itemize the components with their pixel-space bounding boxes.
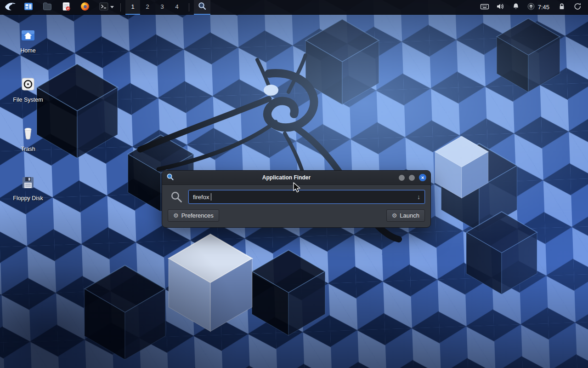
minimize-button[interactable]	[399, 175, 405, 181]
home-folder-icon	[20, 27, 36, 43]
keyboard-indicator-icon[interactable]	[480, 2, 489, 12]
search-input-value: firefox	[193, 194, 209, 201]
workspace-3[interactable]: 3	[155, 0, 170, 15]
applications-menu-button[interactable]	[3, 1, 18, 14]
kali-logo-icon	[5, 1, 16, 13]
desktop-icon-label: Floppy Disk	[13, 195, 43, 201]
desktop-icon-home[interactable]: Home	[6, 21, 50, 70]
file-system-drive-icon	[20, 76, 36, 92]
system-tray	[480, 2, 535, 12]
panel-separator	[120, 3, 121, 12]
panel-separator	[189, 3, 189, 12]
workspace-2[interactable]: 2	[140, 0, 155, 15]
workspace-4[interactable]: 4	[170, 0, 184, 15]
panel-launchers	[22, 1, 116, 14]
close-button[interactable]: ×	[419, 174, 426, 181]
top-panel: 1 2 3 4	[0, 0, 588, 15]
maximize-button[interactable]	[409, 175, 415, 181]
desktop-icon-label: Home	[20, 47, 35, 54]
desktop-icon-label: File System	[13, 97, 43, 103]
workspace-switcher: 1 2 3 4	[125, 0, 184, 15]
desktop-icon-trash[interactable]: Trash	[6, 120, 50, 169]
desktop-icon-list: Home File System Trash	[6, 21, 50, 218]
panel-actions	[558, 2, 582, 12]
logout-icon[interactable]	[573, 2, 582, 12]
desktop-icon-label: Trash	[21, 146, 35, 152]
launch-button-label: Launch	[400, 212, 419, 219]
firefox-launcher[interactable]	[78, 1, 92, 14]
search-input[interactable]: firefox ↓	[188, 190, 425, 204]
trash-icon	[20, 125, 36, 142]
desktop: Home File System Trash	[0, 0, 588, 368]
lock-screen-icon[interactable]	[558, 2, 566, 12]
gear-icon: ⚙	[173, 213, 179, 218]
mouse-cursor	[293, 182, 303, 193]
application-finder-window: Application Finder × firefox	[162, 170, 431, 228]
text-caret	[211, 193, 211, 201]
file-manager-launcher[interactable]	[22, 1, 35, 14]
terminal-dropdown-caret-icon[interactable]	[110, 6, 114, 8]
notifications-bell-icon[interactable]	[512, 2, 520, 12]
terminal-launcher[interactable]	[97, 1, 116, 14]
workspace-1[interactable]: 1	[125, 0, 140, 15]
tasklist-application-finder[interactable]	[194, 0, 210, 15]
preferences-button[interactable]: ⚙ Preferences	[168, 209, 219, 222]
search-icon	[170, 191, 183, 203]
updates-status-icon[interactable]	[527, 2, 535, 12]
dropdown-arrow-icon[interactable]: ↓	[417, 193, 420, 201]
text-editor-icon	[61, 1, 71, 13]
folder-icon	[42, 1, 52, 13]
buttons-row: ⚙ Preferences ⚙ Launch	[168, 209, 425, 222]
text-editor-launcher[interactable]	[59, 1, 73, 14]
desktop-icon-file-system[interactable]: File System	[6, 70, 50, 120]
window-title: Application Finder	[174, 174, 399, 181]
launch-icon: ⚙	[392, 213, 397, 218]
preferences-button-label: Preferences	[181, 212, 214, 219]
firefox-icon	[80, 1, 90, 13]
file-manager-icon	[23, 1, 34, 13]
panel-clock[interactable]: 7:45	[538, 4, 549, 11]
application-finder-window-icon	[166, 173, 174, 183]
window-controls: ×	[399, 174, 426, 181]
floppy-disk-icon	[20, 174, 36, 191]
volume-icon[interactable]	[496, 2, 505, 12]
terminal-icon	[99, 1, 109, 13]
folder-launcher[interactable]	[40, 1, 54, 14]
launch-button[interactable]: ⚙ Launch	[386, 209, 425, 222]
desktop-icon-floppy-disk[interactable]: Floppy Disk	[6, 169, 50, 218]
application-finder-task-icon	[198, 1, 207, 12]
